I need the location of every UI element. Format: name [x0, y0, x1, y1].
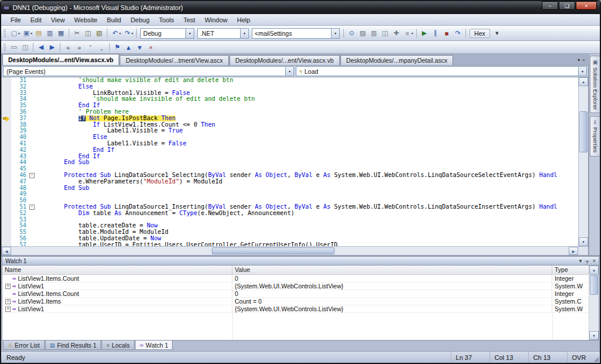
menu-item-build[interactable]: Build	[102, 15, 126, 25]
code-text[interactable]: 'should make invisible of edit and delet…	[35, 96, 578, 103]
watch-row-1[interactable]: ∞ListView1.Items.Count0Integer	[2, 275, 589, 283]
code-line-43[interactable]: 43 End If	[2, 154, 578, 160]
code-text[interactable]: Label1.Visible = True	[35, 128, 578, 134]
collapse-region-icon[interactable]: -	[29, 205, 35, 210]
scroll-down-icon[interactable]: ▼	[579, 237, 588, 246]
code-text[interactable]: Label1.Visible = False	[35, 141, 578, 147]
code-text[interactable]: table.createDate = Now	[35, 223, 578, 229]
breakpoint-margin[interactable]	[2, 77, 11, 84]
breakpoint-margin[interactable]	[2, 185, 11, 192]
new-window-icon[interactable]: ▭	[9, 43, 19, 52]
code-line-34[interactable]: 34 'should make invisible of edit and de…	[2, 96, 578, 103]
paste-icon[interactable]: ▧	[94, 29, 104, 38]
previous-bookmark-icon[interactable]: ▲	[124, 43, 133, 52]
breakpoint-margin[interactable]	[2, 147, 11, 154]
document-tab-1[interactable]: DesktopModules/...ent/View.ascx.vb	[2, 54, 119, 65]
code-line-35[interactable]: 35 End If	[2, 103, 578, 109]
tool-tab-find-results-1[interactable]: ▤Find Results 1	[45, 341, 102, 350]
resize-grip-icon[interactable]: ◢	[593, 355, 600, 363]
tool-tab-error-list[interactable]: ⚠Error List	[3, 341, 45, 350]
watch-empty-area[interactable]	[2, 313, 589, 340]
code-line-44[interactable]: 44 End Sub	[2, 159, 578, 166]
menu-item-file[interactable]: File	[6, 15, 26, 25]
code-text[interactable]: ' Problem here	[35, 109, 578, 115]
breakpoint-margin[interactable]	[2, 134, 11, 141]
tool-tab-watch-1[interactable]: ∞Watch 1	[135, 341, 173, 350]
other-windows-icon[interactable]: ≡	[403, 29, 412, 38]
close-icon[interactable]: ×	[593, 258, 596, 264]
split-window-icon[interactable]: ◫	[21, 43, 30, 52]
menu-item-view[interactable]: View	[46, 15, 70, 25]
chevron-down-icon[interactable]: ▾	[240, 29, 248, 38]
watch-value-cell[interactable]: {System.Web.UI.WebControls.ListView}	[232, 283, 552, 290]
code-line-51[interactable]: 51- Protected Sub LinqDataSource1_Insert…	[2, 204, 578, 210]
breakpoint-margin[interactable]	[2, 159, 11, 166]
minimize-button[interactable]: –	[542, 1, 558, 10]
code-line-49[interactable]: 49	[2, 191, 578, 198]
outdent-icon[interactable]: «	[63, 43, 73, 52]
navigate-forward-icon[interactable]: ▶	[48, 43, 57, 52]
breakpoint-margin[interactable]	[2, 242, 11, 246]
scrollbar-thumb[interactable]	[579, 111, 588, 152]
properties-window-icon[interactable]: ▥	[369, 29, 379, 38]
code-text[interactable]: 'should make visible of edit and delete …	[35, 77, 578, 84]
breakpoint-margin[interactable]	[2, 198, 11, 204]
toolbar-options-icon[interactable]: ▾	[492, 29, 502, 38]
document-tab-2[interactable]: DesktopModules/...tment/View.ascx	[120, 55, 229, 65]
code-line-40[interactable]: 40 Else	[2, 134, 578, 141]
watch-value-cell[interactable]: Count = 0	[232, 298, 552, 305]
scroll-right-icon[interactable]: ▶	[569, 247, 578, 255]
watch-value-cell[interactable]: 0	[232, 275, 552, 282]
code-text[interactable]: End If	[35, 103, 578, 109]
pin-icon[interactable]: ┬	[585, 258, 589, 264]
column-header-value[interactable]: Value	[232, 266, 552, 274]
code-text[interactable]: table.ModuleId = ModuleId	[35, 229, 578, 236]
watch-row-5[interactable]: +∞ListView1{System.Web.UI.WebControls.Li…	[2, 305, 589, 313]
breakpoint-margin[interactable]	[2, 90, 11, 97]
window-menu-icon[interactable]: ▾	[579, 258, 582, 264]
breakpoint-margin[interactable]	[2, 204, 11, 210]
add-new-item-icon[interactable]: ▢	[9, 29, 19, 38]
add-existing-item-icon[interactable]: ▣	[22, 29, 31, 38]
watch-row-2[interactable]: +∞ListView1{System.Web.UI.WebControls.Li…	[2, 283, 589, 290]
uncomment-selection-icon[interactable]: „	[97, 43, 106, 52]
toggle-bookmark-icon[interactable]: ⚑	[113, 43, 122, 52]
code-line-50[interactable]: 50	[2, 198, 578, 204]
object-browser-icon[interactable]: ◫	[380, 29, 390, 38]
menu-item-tools[interactable]: Tools	[154, 15, 179, 25]
code-line-52[interactable]: 52 Dim table As Announcement = CType(e.N…	[2, 210, 578, 217]
start-debugging-icon[interactable]: ▶	[420, 29, 429, 38]
code-line-47[interactable]: 47 e.WhereParameters("ModuleId") = Modul…	[2, 179, 578, 185]
menu-item-website[interactable]: Website	[69, 15, 102, 25]
toolbar-grip[interactable]	[4, 29, 6, 38]
column-header-type[interactable]: Type	[552, 266, 589, 274]
comment-selection-icon[interactable]: “	[86, 43, 95, 52]
toolbar-grip[interactable]	[4, 43, 6, 52]
watch-row-3[interactable]: ∞ListView1.Items.Count0Integer	[2, 290, 589, 298]
breakpoint-margin[interactable]	[2, 115, 11, 122]
save-icon[interactable]: ▥	[45, 29, 55, 38]
code-editor[interactable]: 31 'should make visible of edit and dele…	[2, 77, 578, 246]
breakpoint-margin[interactable]	[2, 179, 11, 185]
editor-vertical-scrollbar[interactable]: ▲ ▼	[578, 77, 588, 246]
watch-row-4[interactable]: +∞ListView1.ItemsCount = 0System.C	[2, 298, 589, 305]
expand-icon[interactable]: +	[5, 299, 11, 304]
maximize-button[interactable]: ❏	[559, 1, 575, 10]
breakpoint-margin[interactable]	[2, 154, 11, 160]
undo-icon[interactable]: ↶	[110, 29, 120, 38]
step-over-icon[interactable]: ↷	[453, 29, 462, 38]
chevron-down-icon[interactable]: ▾	[18, 31, 20, 35]
close-button[interactable]: ×	[576, 1, 597, 10]
code-text[interactable]: End If	[35, 154, 578, 160]
watch-vertical-scrollbar[interactable]: ▲ ▼	[589, 266, 599, 340]
code-line-32[interactable]: 32 Else	[2, 84, 578, 90]
breakpoint-margin[interactable]	[2, 172, 11, 179]
watch-name-cell[interactable]: ∞ListView1.Items.Count	[2, 290, 232, 297]
clear-bookmarks-icon[interactable]: ×	[146, 43, 156, 52]
expand-icon[interactable]: +	[5, 307, 11, 312]
code-text[interactable]: Protected Sub LinqDataSource1_Selecting(…	[35, 172, 578, 179]
watch-value-cell[interactable]: 0	[232, 290, 552, 297]
scrollbar-thumb[interactable]	[212, 247, 335, 254]
menu-item-test[interactable]: Test	[178, 15, 200, 25]
watch-name-cell[interactable]: +∞ListView1	[2, 283, 232, 290]
